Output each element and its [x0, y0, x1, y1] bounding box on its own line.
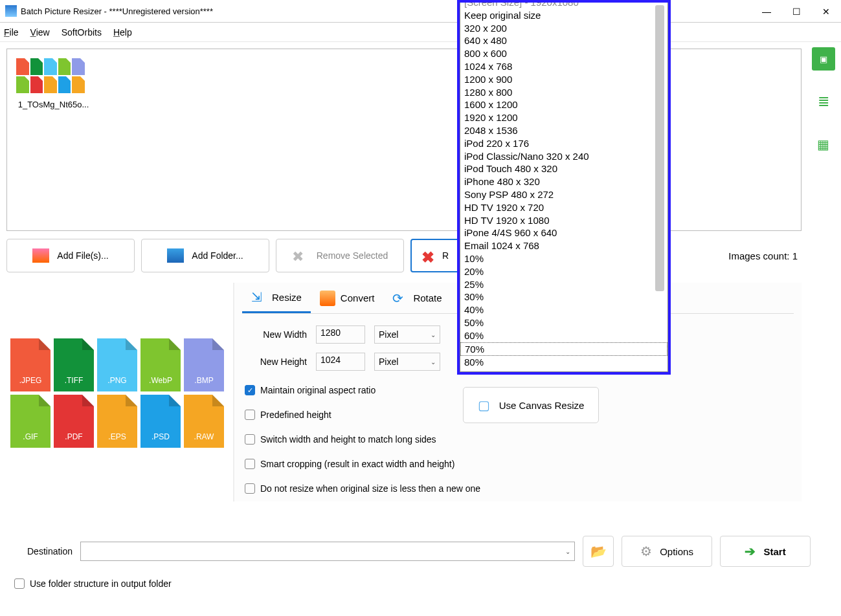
file-label: 1_TOsMg_Nt65o...	[16, 100, 91, 109]
dropdown-item[interactable]: 40%	[460, 303, 667, 316]
destination-select[interactable]: ⌄	[80, 542, 575, 561]
folder-icon	[167, 248, 184, 263]
dropdown-item[interactable]: 1024 x 768	[460, 60, 667, 73]
height-label: New Height	[242, 357, 307, 367]
convert-icon	[320, 291, 335, 306]
canvas-label: Use Canvas Resize	[499, 400, 585, 411]
dropdown-item[interactable]: Sony PSP 480 x 272	[460, 188, 667, 201]
folder-struct-row: Use folder structure in output folder	[14, 578, 172, 589]
size-preset-dropdown[interactable]: [Screen Size] - 1920x1080Keep original s…	[457, 0, 671, 375]
smart-checkbox[interactable]	[245, 459, 255, 469]
menu-help[interactable]: Help	[113, 27, 132, 38]
menu-view[interactable]: View	[30, 27, 50, 38]
dropdown-item[interactable]: HD TV 1920 x 1080	[460, 214, 667, 227]
tab-convert[interactable]: Convert	[311, 283, 384, 313]
tab-rotate[interactable]: ⟳ Rotate	[383, 283, 451, 313]
dropdown-item[interactable]: 320 x 200	[460, 22, 667, 35]
maintain-checkbox[interactable]: ✓	[245, 385, 255, 395]
format-tiff: .TIFF	[54, 338, 94, 391]
destination-label: Destination	[13, 546, 73, 556]
start-button[interactable]: ➔ Start	[720, 536, 811, 567]
dropdown-item[interactable]: 20%	[460, 265, 667, 278]
dropdown-item[interactable]: 2048 x 1536	[460, 124, 667, 137]
remove-all-icon: ✖	[421, 248, 434, 263]
menu-file[interactable]: File	[4, 27, 19, 38]
dropdown-item[interactable]: 25%	[460, 278, 667, 291]
dropdown-item[interactable]: 1280 x 800	[460, 86, 667, 99]
format-png: .PNG	[97, 338, 137, 391]
side-grid-icon[interactable]: ▦	[812, 133, 835, 156]
menu-softorbits[interactable]: SoftOrbits	[62, 27, 102, 38]
chevron-down-icon: ⌄	[431, 358, 436, 366]
dropdown-item[interactable]: 50%	[460, 316, 667, 329]
dropdown-item[interactable]: [Screen Size] - 1920x1080	[460, 3, 667, 9]
noresize-checkbox[interactable]	[245, 483, 255, 494]
remove-selected-button[interactable]: ✖ Remove Selected	[276, 239, 404, 272]
side-image-icon[interactable]: ▣	[812, 47, 835, 71]
rotate-icon: ⟳	[392, 291, 408, 306]
dropdown-item[interactable]: 60%	[460, 329, 667, 342]
side-panel: ▣ ≣ ▦	[805, 42, 841, 616]
format-raw: .RAW	[184, 395, 224, 448]
smart-label: Smart cropping (result in exact width an…	[260, 459, 454, 469]
format-psd: .PSD	[140, 395, 181, 448]
close-button[interactable]: ✕	[811, 0, 841, 23]
folder-struct-checkbox[interactable]	[14, 578, 25, 589]
add-file-icon	[32, 248, 49, 263]
dropdown-item[interactable]: iPhone 480 x 320	[460, 175, 667, 188]
chevron-down-icon: ⌄	[431, 331, 436, 338]
maximize-button[interactable]: ☐	[781, 0, 811, 23]
dropdown-item[interactable]: Email 1024 x 768	[460, 239, 667, 252]
dropdown-item[interactable]: 70%	[460, 342, 667, 357]
add-files-button[interactable]: Add File(s)...	[6, 239, 135, 272]
destination-row: Destination ⌄ 📂 ⚙ Options ➔ Start	[13, 536, 828, 567]
menu-bar: File View SoftOrbits Help	[0, 23, 841, 42]
file-item[interactable]: 1_TOsMg_Nt65o...	[16, 58, 91, 109]
height-input[interactable]: 1024	[316, 353, 365, 371]
action-row: Add File(s)... Add Folder... ✖ Remove Se…	[6, 239, 802, 272]
tab-convert-label: Convert	[341, 292, 375, 303]
dropdown-item[interactable]: 30%	[460, 291, 667, 303]
dropdown-item[interactable]: 1920 x 1200	[460, 111, 667, 124]
tab-rotate-label: Rotate	[413, 292, 442, 303]
browse-folder-button[interactable]: 📂	[583, 536, 614, 567]
gear-icon: ⚙	[640, 544, 652, 559]
format-eps: .EPS	[97, 395, 137, 448]
canvas-resize-button[interactable]: ▢ Use Canvas Resize	[463, 387, 599, 423]
options-button[interactable]: ⚙ Options	[622, 536, 712, 567]
dropdown-item[interactable]: 1200 x 900	[460, 73, 667, 86]
window-title: Batch Picture Resizer - ****Unregistered…	[21, 6, 213, 16]
thumbnail-area[interactable]: 1_TOsMg_Nt65o...	[6, 49, 802, 231]
noresize-label: Do not resize when original size is less…	[260, 483, 480, 494]
minimize-button[interactable]: —	[752, 0, 781, 23]
folder-struct-label: Use folder structure in output folder	[30, 578, 172, 589]
dropdown-item[interactable]: 80%	[460, 356, 667, 369]
dropdown-item[interactable]: iPod Touch 480 x 320	[460, 162, 667, 175]
start-icon: ➔	[745, 544, 756, 559]
width-input[interactable]: 1280	[316, 325, 365, 344]
height-unit-select[interactable]: Pixel⌄	[374, 353, 440, 371]
dropdown-item[interactable]: 640 x 480	[460, 34, 667, 47]
add-folder-label: Add Folder...	[192, 250, 243, 261]
width-unit-select[interactable]: Pixel⌄	[374, 325, 440, 344]
tab-resize[interactable]: ⇲ Resize	[242, 283, 311, 313]
side-list-icon[interactable]: ≣	[812, 90, 835, 113]
resize-icon: ⇲	[251, 289, 267, 305]
dropdown-scrollbar[interactable]	[655, 5, 664, 291]
folder-open-icon: 📂	[590, 544, 607, 559]
dropdown-item[interactable]: 800 x 600	[460, 47, 667, 60]
dropdown-item[interactable]: Keep original size	[460, 9, 667, 22]
dropdown-item[interactable]: iPod Classic/Nano 320 x 240	[460, 150, 667, 163]
switch-checkbox[interactable]	[245, 434, 255, 445]
dropdown-item[interactable]: 10%	[460, 252, 667, 265]
dropdown-item[interactable]: iPod 220 x 176	[460, 137, 667, 150]
add-folder-button[interactable]: Add Folder...	[141, 239, 269, 272]
format-webp: .WebP	[140, 338, 181, 391]
format-bmp: .BMP	[184, 338, 224, 391]
canvas-icon: ▢	[478, 397, 490, 413]
dropdown-item[interactable]: 1600 x 1200	[460, 98, 667, 111]
dropdown-item[interactable]: iPone 4/4S 960 x 640	[460, 226, 667, 239]
dropdown-item[interactable]: HD TV 1920 x 720	[460, 201, 667, 214]
predefined-checkbox[interactable]	[245, 410, 255, 420]
remove-all-button[interactable]: ✖ R	[410, 239, 460, 272]
